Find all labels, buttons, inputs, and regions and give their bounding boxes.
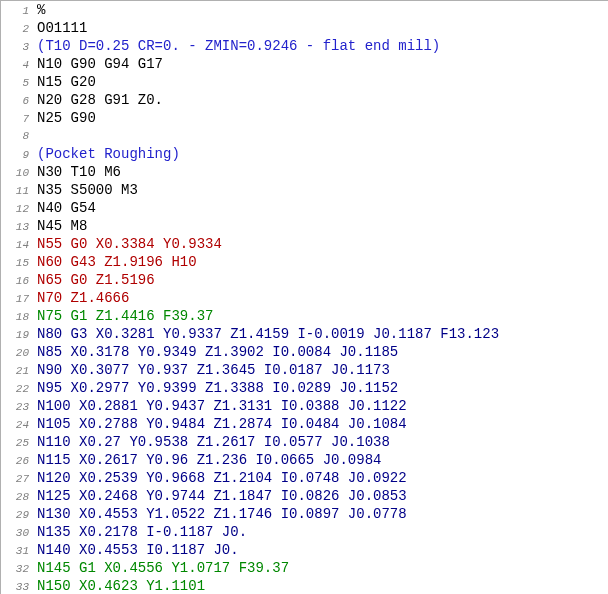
code-text: N25 G90 [35,109,96,127]
line-number: 18 [1,308,35,326]
code-line[interactable]: 28N125 X0.2468 Y0.9744 Z1.1847 I0.0826 J… [1,487,608,505]
line-number: 9 [1,146,35,164]
code-line[interactable]: 23N100 X0.2881 Y0.9437 Z1.3131 I0.0388 J… [1,397,608,415]
code-text: N100 X0.2881 Y0.9437 Z1.3131 I0.0388 J0.… [35,397,407,415]
line-number: 22 [1,380,35,398]
line-number: 16 [1,272,35,290]
code-text: N30 T10 M6 [35,163,121,181]
code-text: O01111 [35,19,87,37]
code-line[interactable]: 29N130 X0.4553 Y1.0522 Z1.1746 I0.0897 J… [1,505,608,523]
code-line[interactable]: 26N115 X0.2617 Y0.96 Z1.236 I0.0665 J0.0… [1,451,608,469]
line-number: 14 [1,236,35,254]
code-line[interactable]: 22N95 X0.2977 Y0.9399 Z1.3388 I0.0289 J0… [1,379,608,397]
code-line[interactable]: 31N140 X0.4553 I0.1187 J0. [1,541,608,559]
code-text: N40 G54 [35,199,96,217]
code-text: % [35,1,45,19]
code-text: N10 G90 G94 G17 [35,55,163,73]
line-number: 7 [1,110,35,128]
line-number: 31 [1,542,35,560]
code-text: N20 G28 G91 Z0. [35,91,163,109]
line-number: 21 [1,362,35,380]
line-number: 28 [1,488,35,506]
code-line[interactable]: 17N70 Z1.4666 [1,289,608,307]
code-line[interactable]: 33N150 X0.4623 Y1.1101 [1,577,608,594]
code-text: N135 X0.2178 I-0.1187 J0. [35,523,247,541]
line-number: 15 [1,254,35,272]
code-text: N145 G1 X0.4556 Y1.0717 F39.37 [35,559,289,577]
line-number: 27 [1,470,35,488]
code-line[interactable]: 2O01111 [1,19,608,37]
code-text: N150 X0.4623 Y1.1101 [35,577,205,594]
line-number: 19 [1,326,35,344]
line-number: 11 [1,182,35,200]
code-line[interactable]: 4N10 G90 G94 G17 [1,55,608,73]
code-text: N85 X0.3178 Y0.9349 Z1.3902 I0.0084 J0.1… [35,343,398,361]
code-text: N45 M8 [35,217,87,235]
line-number: 13 [1,218,35,236]
code-text: N125 X0.2468 Y0.9744 Z1.1847 I0.0826 J0.… [35,487,407,505]
code-text: N35 S5000 M3 [35,181,138,199]
line-number: 8 [1,127,35,145]
code-text: N120 X0.2539 Y0.9668 Z1.2104 I0.0748 J0.… [35,469,407,487]
code-line[interactable]: 10N30 T10 M6 [1,163,608,181]
code-line[interactable]: 15N60 G43 Z1.9196 H10 [1,253,608,271]
code-line[interactable]: 12N40 G54 [1,199,608,217]
line-number: 20 [1,344,35,362]
code-text: N15 G20 [35,73,96,91]
line-number: 6 [1,92,35,110]
line-number: 12 [1,200,35,218]
line-number: 1 [1,2,35,20]
code-line[interactable]: 6N20 G28 G91 Z0. [1,91,608,109]
line-number: 26 [1,452,35,470]
code-line[interactable]: 24N105 X0.2788 Y0.9484 Z1.2874 I0.0484 J… [1,415,608,433]
line-number: 5 [1,74,35,92]
line-number: 3 [1,38,35,56]
line-number: 10 [1,164,35,182]
code-line[interactable]: 13N45 M8 [1,217,608,235]
code-line[interactable]: 1% [1,1,608,19]
code-line[interactable]: 5N15 G20 [1,73,608,91]
code-text: N90 X0.3077 Y0.937 Z1.3645 I0.0187 J0.11… [35,361,390,379]
line-number: 17 [1,290,35,308]
code-text: (T10 D=0.25 CR=0. - ZMIN=0.9246 - flat e… [35,37,440,55]
line-number: 30 [1,524,35,542]
code-line[interactable]: 14N55 G0 X0.3384 Y0.9334 [1,235,608,253]
code-line[interactable]: 25N110 X0.27 Y0.9538 Z1.2617 I0.0577 J0.… [1,433,608,451]
code-line[interactable]: 18N75 G1 Z1.4416 F39.37 [1,307,608,325]
code-line[interactable]: 21N90 X0.3077 Y0.937 Z1.3645 I0.0187 J0.… [1,361,608,379]
code-line[interactable]: 30N135 X0.2178 I-0.1187 J0. [1,523,608,541]
line-number: 29 [1,506,35,524]
code-text: N105 X0.2788 Y0.9484 Z1.2874 I0.0484 J0.… [35,415,407,433]
line-number: 23 [1,398,35,416]
line-number: 33 [1,578,35,594]
code-text: N60 G43 Z1.9196 H10 [35,253,197,271]
code-text: N115 X0.2617 Y0.96 Z1.236 I0.0665 J0.098… [35,451,381,469]
code-text: N140 X0.4553 I0.1187 J0. [35,541,239,559]
line-number: 4 [1,56,35,74]
code-line[interactable]: 16N65 G0 Z1.5196 [1,271,608,289]
code-line[interactable]: 9(Pocket Roughing) [1,145,608,163]
code-line[interactable]: 27N120 X0.2539 Y0.9668 Z1.2104 I0.0748 J… [1,469,608,487]
code-line[interactable]: 8 [1,127,608,145]
code-line[interactable]: 19N80 G3 X0.3281 Y0.9337 Z1.4159 I-0.001… [1,325,608,343]
code-text: N55 G0 X0.3384 Y0.9334 [35,235,222,253]
line-number: 24 [1,416,35,434]
line-number: 25 [1,434,35,452]
code-line[interactable]: 3(T10 D=0.25 CR=0. - ZMIN=0.9246 - flat … [1,37,608,55]
code-line[interactable]: 20N85 X0.3178 Y0.9349 Z1.3902 I0.0084 J0… [1,343,608,361]
code-editor[interactable]: 1%2O011113(T10 D=0.25 CR=0. - ZMIN=0.924… [0,0,608,594]
code-text: N70 Z1.4666 [35,289,129,307]
code-text: N110 X0.27 Y0.9538 Z1.2617 I0.0577 J0.10… [35,433,390,451]
code-line[interactable]: 11N35 S5000 M3 [1,181,608,199]
code-text: N80 G3 X0.3281 Y0.9337 Z1.4159 I-0.0019 … [35,325,499,343]
code-text: N95 X0.2977 Y0.9399 Z1.3388 I0.0289 J0.1… [35,379,398,397]
code-line[interactable]: 32N145 G1 X0.4556 Y1.0717 F39.37 [1,559,608,577]
line-number: 2 [1,20,35,38]
code-text: (Pocket Roughing) [35,145,180,163]
line-number: 32 [1,560,35,578]
code-line[interactable]: 7N25 G90 [1,109,608,127]
code-text: N65 G0 Z1.5196 [35,271,155,289]
code-text: N130 X0.4553 Y1.0522 Z1.1746 I0.0897 J0.… [35,505,407,523]
code-text: N75 G1 Z1.4416 F39.37 [35,307,213,325]
